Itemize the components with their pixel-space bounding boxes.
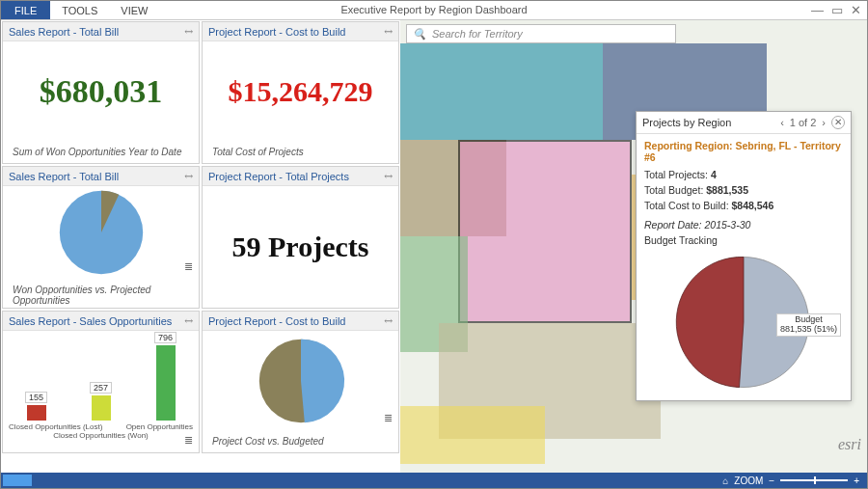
axis-label: Open Opportunities [126,422,193,431]
close-icon[interactable]: ✕ [851,3,861,17]
panel-caption: Total Cost of Projects [203,147,304,163]
zoom-label: ZOOM [734,475,763,486]
panel-total-projects: Project Report - Total Projects ⤢ 59 Pro… [202,166,399,309]
panel-caption: Project Cost vs. Budgeted [203,436,324,452]
pie-slice-label: Budget 881,535 (51%) [776,313,841,337]
map-search-input[interactable]: 🔍 Search for Territory [406,24,676,43]
expand-icon[interactable]: ⤢ [381,169,396,184]
popup-chart-title: Budget Tracking [644,234,843,246]
popup-title: Projects by Region [642,117,731,128]
expand-icon[interactable]: ⤢ [381,24,396,40]
menubar: FILE TOOLS VIEW Executive Report by Regi… [1,1,867,20]
panel-title: Project Report - Cost to Build [208,26,345,38]
bar-value: 155 [25,392,47,403]
zoom-slider[interactable] [780,479,848,481]
esri-logo: esri [838,436,861,453]
panel-cost-to-build-value: Project Report - Cost to Build ⤢ $15,264… [202,21,399,164]
metric-value: 59 Projects [232,231,369,263]
panel-title: Project Report - Cost to Build [208,315,345,327]
expand-icon[interactable]: ⤢ [381,313,396,329]
panel-sales-opportunities-bar: Sales Report - Sales Opportunities ⤢ 155… [2,311,200,453]
metric-value: $15,264,729 [229,75,373,108]
menu-tools[interactable]: TOOLS [50,1,109,19]
panel-title: Sales Report - Sales Opportunities [9,315,172,327]
panel-sales-total-bill-pie: Sales Report - Total Bill ⤢ ≣ Won Opport… [2,166,200,309]
popup-prev-icon[interactable]: ‹ [780,117,784,128]
menu-file[interactable]: FILE [1,1,50,19]
menu-view[interactable]: VIEW [109,1,159,19]
legend-icon[interactable]: ≣ [184,260,193,273]
legend-icon[interactable]: ≣ [384,412,393,424]
pie-chart [55,186,148,279]
expand-icon[interactable]: ⤢ [181,169,197,184]
panel-caption: Won Opportunities vs. Projected Opportun… [3,285,199,312]
popup-close-icon[interactable]: ✕ [831,116,845,129]
bar-chart: 155 257 796 [3,343,199,421]
search-placeholder: Search for Territory [432,28,523,40]
bar [27,405,46,421]
map-popup: Projects by Region ‹ 1 of 2 › ✕ Reportin… [636,111,852,401]
panel-caption: Sum of Won Opportunities Year to Date [3,147,181,163]
expand-icon[interactable]: ⤢ [181,313,197,329]
popup-row: Total Projects: 4 [644,169,843,180]
minimize-icon[interactable]: — [811,3,824,17]
zoom-out-icon[interactable]: − [769,475,774,486]
bar [92,395,111,421]
bar [156,345,176,421]
expand-icon[interactable]: ⤢ [181,24,197,40]
popup-report-date: Report Date: 2015-3-30 [644,219,843,231]
popup-region-name: Reporting Region: Sebring, FL - Territor… [644,140,843,163]
panel-title: Sales Report - Total Bill [9,171,119,182]
status-progress [3,475,32,486]
bar-value: 796 [154,332,176,343]
legend-icon[interactable]: ≣ [184,434,193,447]
metric-value: $680,031 [40,73,163,110]
dashboard-panels: Sales Report - Total Bill ⤢ $680,031 Sum… [1,20,400,473]
popup-row: Total Budget: $881,535 [644,184,843,196]
axis-label: Closed Opportunities (Lost) [9,422,102,431]
panel-title: Project Report - Total Projects [208,171,349,182]
popup-row: Total Cost to Build: $848,546 [644,200,843,211]
status-bar: ⌂ ZOOM − + [1,473,867,488]
panel-title: Sales Report - Total Bill [9,26,119,38]
axis-label: Closed Opportunities (Won) [3,431,199,440]
pie-chart [255,335,347,427]
search-icon: 🔍 [413,28,426,41]
bar-value: 257 [90,382,112,394]
map-view[interactable]: 🔍 Search for Territory Projects by Regio… [400,20,867,473]
restore-icon[interactable]: ▭ [831,3,843,17]
home-icon[interactable]: ⌂ [722,475,728,486]
zoom-in-icon[interactable]: + [854,475,859,486]
panel-cost-to-build-pie: Project Report - Cost to Build ⤢ ≣ Proje… [202,311,399,453]
panel-sales-total-bill-value: Sales Report - Total Bill ⤢ $680,031 Sum… [2,21,200,164]
popup-pager: 1 of 2 [790,117,817,128]
popup-next-icon[interactable]: › [822,117,826,128]
